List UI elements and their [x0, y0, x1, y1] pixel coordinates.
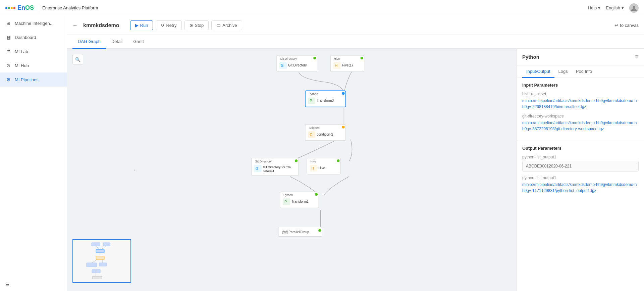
- archive-button[interactable]: 🗃 Archive: [211, 20, 242, 30]
- node-git-dir-tr[interactable]: Git Directory G Git Directory for Tra ns…: [252, 158, 299, 176]
- tab-detail[interactable]: Detail: [106, 35, 128, 49]
- svg-text:Python: Python: [283, 193, 293, 197]
- svg-text:Git Directory: Git Directory: [280, 57, 297, 60]
- svg-rect-49: [103, 243, 110, 246]
- sidebar-item-label-dashboard: Dashboard: [15, 35, 36, 40]
- svg-rect-53: [99, 263, 107, 266]
- svg-text:Git Directory: Git Directory: [255, 160, 272, 163]
- top-nav-right: Help ▾ English ▾: [588, 3, 639, 13]
- toolbar-actions: ▶ Run ↺ Retry ⊗ Stop 🗃 Archive: [130, 20, 242, 30]
- back-button[interactable]: ←: [72, 22, 78, 29]
- node-python-t3[interactable]: Python P Transform3: [305, 91, 345, 107]
- minimap: [72, 239, 131, 283]
- input-param-1: hive-resultset minio://mlpipeline/artifa…: [522, 92, 639, 110]
- input-param-2: git-directory-workspace minio://mlpipeli…: [522, 114, 639, 132]
- sidebar-item-dashboard[interactable]: ▦ Dashboard: [0, 30, 67, 44]
- archive-icon: 🗃: [216, 23, 221, 28]
- collapse-icon: ☰: [5, 282, 9, 287]
- pipelines-icon: ⚙: [5, 77, 11, 83]
- panel-tabs: Input/Output Logs Pod Info: [517, 65, 644, 78]
- tab-gantt[interactable]: Gantt: [128, 35, 149, 49]
- svg-point-15: [342, 92, 344, 95]
- svg-point-40: [315, 193, 318, 196]
- svg-point-34: [337, 159, 339, 162]
- panel-tab-input-output[interactable]: Input/Output: [522, 65, 554, 78]
- svg-text:nsform1: nsform1: [263, 169, 274, 173]
- nav-divider: [38, 4, 38, 12]
- run-icon: ▶: [135, 23, 139, 28]
- svg-point-3: [313, 57, 316, 59]
- sidebar-collapse-btn[interactable]: ☰: [0, 278, 67, 291]
- svg-point-21: [342, 126, 344, 129]
- help-label: Help: [588, 5, 597, 10]
- language-button[interactable]: English ▾: [606, 5, 624, 10]
- run-button[interactable]: ▶ Run: [130, 20, 153, 30]
- input-param-1-label: hive-resultset: [522, 92, 639, 96]
- tab-dag-graph[interactable]: DAG Graph: [72, 35, 106, 49]
- node-condition2[interactable]: Skipped C condition-2: [305, 125, 345, 141]
- svg-text:Hive: Hive: [318, 166, 325, 170]
- output-param-1-value: ABCDE00012020-06-221: [522, 161, 639, 172]
- stop-button[interactable]: ⊗ Stop: [184, 20, 209, 30]
- panel-tab-logs-label: Logs: [558, 69, 568, 74]
- node-hive1[interactable]: Hive H Hive(1): [330, 55, 364, 71]
- user-avatar[interactable]: [629, 3, 639, 13]
- svg-rect-50: [96, 249, 104, 253]
- sidebar: ⊞ Machine Intelligen... ▦ Dashboard ⚗ MI…: [0, 16, 67, 291]
- grid-icon: ⊞: [5, 20, 11, 26]
- svg-rect-55: [93, 276, 102, 279]
- logo-dot-3: [11, 7, 13, 9]
- tab-gantt-label: Gantt: [133, 39, 144, 44]
- svg-rect-52: [87, 263, 97, 267]
- svg-text:P: P: [284, 200, 287, 204]
- svg-point-0: [633, 6, 635, 9]
- node-git-dir[interactable]: Git Directory G Git Directory: [277, 55, 317, 71]
- input-param-1-link[interactable]: minio://mlpipeline/artifacts/kmmkdsdemo-…: [522, 98, 639, 110]
- logo-dots: [5, 7, 15, 9]
- sidebar-item-mi-lab[interactable]: ⚗ MI Lab: [0, 44, 67, 58]
- stop-label: Stop: [195, 23, 204, 28]
- toolbar: ← kmmkdsdemo ▶ Run ↺ Retry ⊗ Stop 🗃 Arch…: [67, 16, 644, 35]
- minimap-svg: [73, 240, 131, 283]
- pipeline-name: kmmkdsdemo: [83, 22, 119, 29]
- node-python-t1[interactable]: Python P Transform1: [280, 192, 319, 208]
- language-label: English: [606, 5, 620, 10]
- logo-area: EnOS: [5, 4, 34, 11]
- svg-text:@@ParallelGroup: @@ParallelGroup: [282, 230, 309, 234]
- input-param-2-link[interactable]: minio://mlpipeline/artifacts/kmmkdsdemo-…: [522, 120, 639, 132]
- retry-button[interactable]: ↺ Retry: [156, 20, 181, 30]
- dag-canvas[interactable]: 🔍: [67, 49, 517, 291]
- svg-text:Transform3: Transform3: [317, 99, 334, 102]
- main-tabs: DAG Graph Detail Gantt: [67, 35, 644, 49]
- svg-text:Git Directory: Git Directory: [288, 63, 307, 67]
- run-label: Run: [140, 23, 148, 28]
- to-canvas-button[interactable]: ↩ to canvas: [614, 23, 639, 28]
- output-param-1-label: python-list_output1: [522, 155, 639, 159]
- logo-en: En: [17, 4, 25, 11]
- svg-text:P: P: [310, 99, 312, 103]
- canvas-collapse-handle[interactable]: ‹: [134, 49, 139, 291]
- svg-rect-47: [73, 240, 131, 283]
- svg-text:G: G: [256, 166, 259, 171]
- main-layout: ⊞ Machine Intelligen... ▦ Dashboard ⚗ MI…: [0, 16, 644, 291]
- panel-tab-pod-info[interactable]: Pod Info: [572, 65, 596, 78]
- input-params-heading: Input Parameters: [522, 83, 639, 88]
- node-hive2[interactable]: Hive H Hive: [307, 158, 340, 174]
- search-icon: 🔍: [75, 57, 80, 62]
- panel-title: Python: [522, 54, 539, 60]
- logo-text: EnOS: [17, 4, 34, 11]
- hub-icon: ⊙: [5, 62, 11, 68]
- panel-tab-logs[interactable]: Logs: [554, 65, 572, 78]
- dag-search-button[interactable]: 🔍: [72, 54, 83, 65]
- sidebar-item-mi-hub[interactable]: ⊙ MI Hub: [0, 58, 67, 72]
- node-parallel[interactable]: @@ParallelGroup: [278, 227, 322, 236]
- sidebar-parent-item[interactable]: ⊞ Machine Intelligen...: [0, 16, 67, 30]
- svg-text:Git Directory for Tra: Git Directory for Tra: [263, 165, 291, 169]
- sidebar-item-mi-pipelines[interactable]: ⚙ MI Pipelines: [0, 72, 67, 87]
- svg-text:Skipped: Skipped: [309, 126, 320, 130]
- help-button[interactable]: Help ▾: [588, 5, 601, 10]
- right-panel: Python ≡ Input/Output Logs Pod Info Inpu…: [517, 49, 644, 291]
- dashboard-icon: ▦: [5, 34, 11, 40]
- output-param-1-link[interactable]: minio://mlpipeline/artifacts/kmmkdsdemo-…: [522, 182, 639, 194]
- panel-menu-icon[interactable]: ≡: [635, 53, 639, 60]
